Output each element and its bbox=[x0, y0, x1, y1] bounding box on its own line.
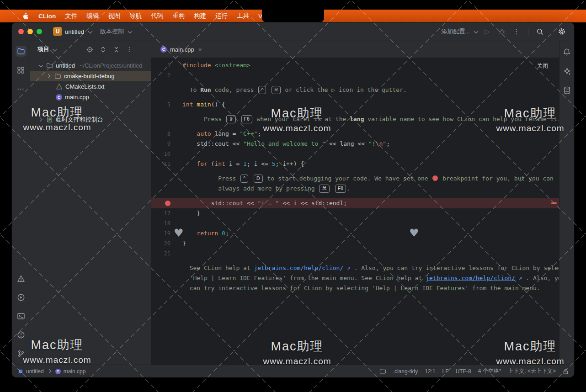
gutter[interactable]: 8 bbox=[151, 129, 182, 139]
gutter[interactable]: 1 bbox=[151, 60, 182, 70]
inline-tip-line[interactable]: can try interactive lessons for CLion by… bbox=[151, 283, 559, 293]
close-window-button[interactable] bbox=[18, 29, 24, 34]
gutter[interactable]: 5 bbox=[151, 100, 182, 110]
code-line[interactable]: 20} bbox=[151, 238, 559, 249]
tab-main-cpp[interactable]: C main.cpp × bbox=[156, 41, 206, 58]
tree-item-main-cpp[interactable]: C main.cpp bbox=[30, 92, 151, 102]
gutter[interactable]: 10 bbox=[151, 149, 182, 159]
line-ending-widget[interactable]: LF bbox=[442, 368, 449, 375]
panel-options-button[interactable]: ⋮ bbox=[126, 46, 133, 53]
settings-button[interactable] bbox=[556, 26, 568, 37]
code-line[interactable]: 9 std::cout << "Hello and welcome to " <… bbox=[151, 139, 559, 149]
gutter[interactable]: 19 bbox=[151, 228, 182, 238]
gutter[interactable]: 18 bbox=[151, 218, 182, 228]
gutter[interactable]: 2 bbox=[151, 70, 182, 80]
hide-panel-button[interactable]: — bbox=[139, 46, 146, 53]
tree-item-root[interactable]: untitled ~/CLionProjects/untitled bbox=[30, 60, 151, 71]
locate-file-button[interactable] bbox=[86, 46, 93, 53]
problems-tool-button[interactable] bbox=[16, 329, 27, 340]
minimize-window-button[interactable] bbox=[27, 29, 33, 34]
git-tool-button[interactable] bbox=[16, 348, 27, 359]
inline-tip-line[interactable]: Press ^ D to start debugging your code. … bbox=[151, 174, 559, 184]
breadcrumb-file[interactable]: main.cpp bbox=[64, 368, 86, 375]
menu-navigate[interactable]: 导航 bbox=[125, 12, 146, 20]
menu-refactor[interactable]: 重构 bbox=[168, 12, 189, 20]
database-button[interactable] bbox=[561, 85, 572, 96]
menu-edit[interactable]: 编辑 bbox=[82, 12, 103, 20]
more-tools-button[interactable]: ⋯ bbox=[16, 83, 27, 94]
gutter[interactable]: 21 bbox=[151, 249, 182, 259]
gutter[interactable] bbox=[151, 263, 182, 273]
apple-menu[interactable] bbox=[16, 12, 34, 20]
code-line[interactable]: 8 auto lang = "C++"; bbox=[151, 129, 559, 139]
code-line[interactable]: 2 bbox=[151, 70, 559, 80]
gutter[interactable]: 20 bbox=[151, 238, 182, 249]
tree-item-cmakelists[interactable]: CMakeLists.txt bbox=[30, 81, 151, 92]
gutter[interactable] bbox=[151, 184, 182, 194]
search-everywhere-button[interactable] bbox=[534, 26, 546, 37]
code-line[interactable]: 11 for (int i = 1; i <= 5; i++) { bbox=[151, 159, 559, 169]
inline-tip-line[interactable]: Press ⇧ F6 when your caret is at the lan… bbox=[151, 114, 559, 124]
folder-status-icon[interactable] bbox=[379, 368, 386, 374]
caret-position-widget[interactable]: 12:1 bbox=[425, 368, 435, 375]
tree-item-cmake-build-debug[interactable]: cmake-build-debug bbox=[30, 71, 151, 81]
run-configurations-dropdown[interactable]: 添加配置... bbox=[441, 27, 470, 36]
notification-close-link[interactable]: 关闭 bbox=[537, 62, 548, 70]
gutter[interactable]: 17 bbox=[151, 208, 182, 218]
breadcrumb-project[interactable]: untitled bbox=[26, 368, 44, 375]
encoding-widget[interactable]: UTF-8 bbox=[456, 368, 471, 375]
run-button[interactable]: ▷ bbox=[481, 26, 493, 37]
menu-run[interactable]: 运行 bbox=[211, 12, 232, 20]
zoom-window-button[interactable] bbox=[37, 29, 42, 34]
gutter[interactable] bbox=[151, 283, 182, 293]
chevron-right-icon[interactable] bbox=[46, 74, 51, 79]
inline-tip-line[interactable]: See CLion help at jetbrains.com/help/cli… bbox=[151, 263, 559, 273]
menu-clion[interactable]: CLion bbox=[34, 13, 60, 20]
chevron-down-icon[interactable] bbox=[39, 63, 43, 68]
breakpoint-dot[interactable] bbox=[165, 201, 170, 206]
gutter[interactable] bbox=[151, 85, 182, 95]
gutter[interactable] bbox=[151, 174, 182, 184]
project-badge[interactable]: U bbox=[53, 27, 62, 36]
inline-tip-line[interactable]: To Run code, press ^ R or click the ▷ ic… bbox=[151, 85, 559, 95]
more-actions-button[interactable]: ⋮ bbox=[511, 26, 522, 37]
menu-file[interactable]: 文件 bbox=[60, 12, 82, 20]
indent-widget[interactable]: 4 个空格* bbox=[478, 367, 501, 375]
notifications-button[interactable] bbox=[561, 47, 572, 58]
notifications-tool-button[interactable] bbox=[16, 273, 27, 284]
code-line[interactable]: 5int main() { bbox=[151, 100, 559, 110]
menu-build[interactable]: 构建 bbox=[189, 12, 211, 20]
tree-item-scratches[interactable]: 临时文件和控制台 bbox=[30, 114, 151, 125]
unlock-icon[interactable] bbox=[563, 368, 569, 375]
menu-view[interactable]: 视图 bbox=[103, 12, 125, 20]
code-line-breakpoint[interactable]: std::cout << "i = " << i << std::endl; bbox=[151, 198, 559, 208]
code-line[interactable]: 18 bbox=[151, 218, 559, 228]
gutter[interactable] bbox=[151, 198, 182, 208]
collapse-all-button[interactable] bbox=[112, 46, 120, 53]
chevron-right-icon[interactable] bbox=[38, 117, 43, 122]
gutter[interactable] bbox=[151, 114, 182, 124]
inline-tip-line[interactable]: 'Help | Learn IDE Features' from the mai… bbox=[151, 273, 559, 283]
code-line[interactable]: 21 bbox=[151, 249, 559, 259]
ai-assistant-button[interactable] bbox=[561, 66, 572, 77]
debug-button[interactable] bbox=[496, 26, 508, 37]
structure-tool-button[interactable] bbox=[16, 64, 27, 75]
expand-all-button[interactable] bbox=[99, 46, 107, 53]
code-line[interactable]: 1#include <iostream> bbox=[151, 60, 559, 70]
code-editor[interactable]: 1#include <iostream>2 To Run code, press… bbox=[151, 58, 559, 365]
code-line[interactable]: 10 bbox=[151, 149, 559, 159]
clang-tidy-widget[interactable]: .clang-tidy bbox=[393, 368, 418, 375]
terminal-tool-button[interactable] bbox=[16, 311, 27, 322]
run-tool-button[interactable] bbox=[16, 292, 27, 303]
project-name-menu[interactable]: untitled bbox=[65, 28, 84, 35]
project-panel-title[interactable]: 项目 bbox=[37, 45, 49, 53]
gutter[interactable]: 9 bbox=[151, 139, 182, 149]
code-line[interactable]: 17 } bbox=[151, 208, 559, 218]
menu-code[interactable]: 代码 bbox=[146, 12, 168, 20]
inline-tip-line[interactable]: always add more by pressing ⌘ F8. bbox=[151, 184, 559, 194]
menu-tools[interactable]: 工具 bbox=[232, 12, 254, 20]
close-tab-icon[interactable]: × bbox=[198, 46, 202, 53]
vcs-menu[interactable]: 版本控制 bbox=[100, 27, 124, 36]
gutter[interactable]: 11 bbox=[151, 159, 182, 169]
project-tool-button[interactable] bbox=[16, 46, 27, 57]
